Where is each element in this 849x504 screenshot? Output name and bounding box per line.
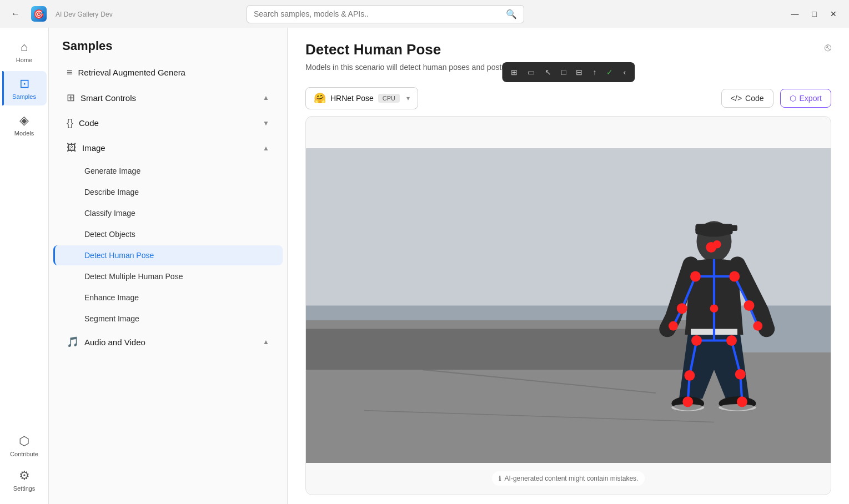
svg-rect-5: [306, 323, 720, 370]
icon-sidebar: ⌂ Home ⊡ Samples ◈ Models ⬡ Contribute ⚙…: [0, 28, 49, 504]
settings-label: Settings: [13, 485, 36, 492]
window-controls: — □ ✕: [786, 6, 842, 22]
toolbar-btn-back[interactable]: ‹: [620, 65, 629, 79]
code-button[interactable]: </> Code: [721, 89, 773, 108]
model-selector[interactable]: 🤗 HRNet Pose CPU ▾: [305, 87, 418, 109]
toolbar-btn-grid[interactable]: ⊞: [508, 65, 521, 79]
audio-video-label: Audio and Video: [84, 337, 257, 347]
minimize-button[interactable]: —: [786, 6, 805, 22]
nav-item-detect-multiple-human-pose[interactable]: Detect Multiple Human Pose: [53, 266, 283, 286]
svg-point-37: [726, 335, 737, 346]
contribute-icon: ⬡: [19, 434, 29, 448]
model-name: HRNet Pose: [330, 94, 374, 103]
search-bar[interactable]: 🔍: [247, 5, 524, 23]
nav-section-image[interactable]: 🖼 Image ▲: [53, 137, 283, 159]
model-badge: CPU: [378, 94, 400, 103]
nav-item-detect-objects[interactable]: Detect Objects: [53, 224, 283, 244]
svg-point-39: [735, 369, 746, 380]
app-icon: 🎯: [31, 6, 47, 22]
content-area: ⊞ ▭ ↖ □ ⊟ ↑ ✓ ‹ ⎋ Detect Human Pose Mode…: [288, 28, 849, 504]
image-section-label: Image: [82, 143, 257, 153]
sidebar-item-samples[interactable]: ⊡ Samples: [2, 71, 47, 105]
svg-point-15: [719, 404, 756, 411]
smart-controls-chevron: ▲: [263, 94, 269, 102]
svg-point-36: [691, 335, 702, 346]
pose-svg: [306, 117, 831, 495]
page-title: Detect Human Pose: [305, 41, 831, 58]
search-icon-button[interactable]: 🔍: [506, 9, 517, 19]
svg-point-33: [744, 300, 755, 311]
image-section-chevron: ▲: [263, 144, 269, 152]
svg-point-29: [713, 240, 721, 249]
code-label: Code: [79, 118, 257, 128]
link-icon-button[interactable]: ⎋: [825, 41, 831, 54]
svg-point-41: [737, 396, 747, 407]
maximize-button[interactable]: □: [807, 6, 822, 22]
icon-sidebar-bottom: ⬡ Contribute ⚙ Settings: [2, 429, 47, 497]
nav-item-detect-human-pose[interactable]: Detect Human Pose: [53, 245, 283, 265]
sidebar-item-contribute[interactable]: ⬡ Contribute: [2, 429, 47, 463]
nav-section-audio-video[interactable]: 🎵 Audio and Video ▲: [53, 330, 283, 354]
nav-sidebar: Samples ≡ Retrieval Augmented Genera ⊞ S…: [49, 28, 288, 504]
model-dropdown-icon: ▾: [406, 94, 410, 102]
export-button[interactable]: ⬡ Export: [780, 89, 831, 108]
samples-icon: ⊡: [19, 77, 29, 91]
search-input[interactable]: [254, 9, 501, 18]
nav-item-enhance-image[interactable]: Enhance Image: [53, 288, 283, 308]
toolbar-btn-video[interactable]: ▭: [524, 65, 538, 79]
sidebar-item-settings[interactable]: ⚙ Settings: [2, 463, 47, 497]
sidebar-item-models[interactable]: ◈ Models: [2, 108, 47, 142]
toolbar-btn-check[interactable]: ✓: [603, 65, 616, 79]
nav-item-describe-image[interactable]: Describe Image: [53, 182, 283, 202]
svg-rect-10: [726, 225, 737, 231]
back-button[interactable]: ←: [7, 7, 24, 21]
svg-point-34: [669, 321, 678, 331]
nav-section-retrieval[interactable]: ≡ Retrieval Augmented Genera: [53, 61, 283, 84]
svg-point-30: [690, 271, 701, 282]
svg-point-31: [729, 271, 740, 282]
close-button[interactable]: ✕: [825, 6, 842, 22]
svg-point-32: [677, 303, 687, 314]
info-icon: ℹ: [499, 475, 501, 482]
samples-label: Samples: [12, 93, 36, 100]
code-icon: {}: [67, 117, 73, 129]
retrieval-label: Retrieval Augmented Genera: [78, 68, 269, 77]
toolbar-btn-cursor[interactable]: ↖: [541, 65, 555, 79]
nav-section-smart-controls[interactable]: ⊞ Smart Controls ▲: [53, 86, 283, 109]
code-chevron: ▼: [263, 119, 269, 127]
models-icon: ◈: [19, 113, 29, 128]
code-button-label: Code: [745, 94, 763, 103]
export-icon: ⬡: [790, 94, 796, 103]
settings-icon: ⚙: [19, 468, 30, 483]
export-button-label: Export: [800, 94, 822, 103]
home-label: Home: [16, 57, 32, 63]
nav-item-segment-image[interactable]: Segment Image: [53, 309, 283, 329]
toolbar-btn-rect[interactable]: □: [558, 65, 569, 79]
svg-point-38: [684, 370, 695, 381]
home-icon: ⌂: [21, 40, 28, 54]
image-section-icon: 🖼: [67, 142, 77, 154]
ai-disclaimer: ℹ AI-generated content might contain mis…: [492, 471, 645, 486]
toolbar-btn-select[interactable]: ⊟: [572, 65, 586, 79]
nav-buttons: ←: [7, 7, 24, 21]
retrieval-icon: ≡: [67, 67, 73, 78]
toolbar-overlay: ⊞ ▭ ↖ □ ⊟ ↑ ✓ ‹: [502, 62, 635, 82]
nav-section-code[interactable]: {} Code ▼: [53, 112, 283, 134]
model-emoji: 🤗: [314, 92, 326, 104]
nav-item-classify-image[interactable]: Classify Image: [53, 203, 283, 223]
toolbar-btn-up[interactable]: ↑: [589, 65, 600, 79]
contribute-label: Contribute: [10, 451, 38, 457]
smart-controls-label: Smart Controls: [81, 93, 257, 103]
nav-sidebar-title: Samples: [49, 28, 287, 60]
svg-point-42: [710, 304, 719, 313]
action-buttons: </> Code ⬡ Export: [721, 89, 831, 108]
main-layout: ⌂ Home ⊡ Samples ◈ Models ⬡ Contribute ⚙…: [0, 28, 849, 504]
disclaimer-text: AI-generated content might contain mista…: [505, 475, 639, 482]
svg-point-40: [682, 396, 693, 407]
sidebar-item-home[interactable]: ⌂ Home: [2, 34, 47, 69]
image-display: ℹ AI-generated content might contain mis…: [305, 116, 831, 495]
models-label: Models: [14, 130, 34, 137]
nav-item-generate-image[interactable]: Generate Image: [53, 161, 283, 181]
app-title: AI Dev GalleryDev: [53, 9, 113, 18]
titlebar: ← 🎯 AI Dev GalleryDev 🔍 — □ ✕: [0, 0, 849, 28]
